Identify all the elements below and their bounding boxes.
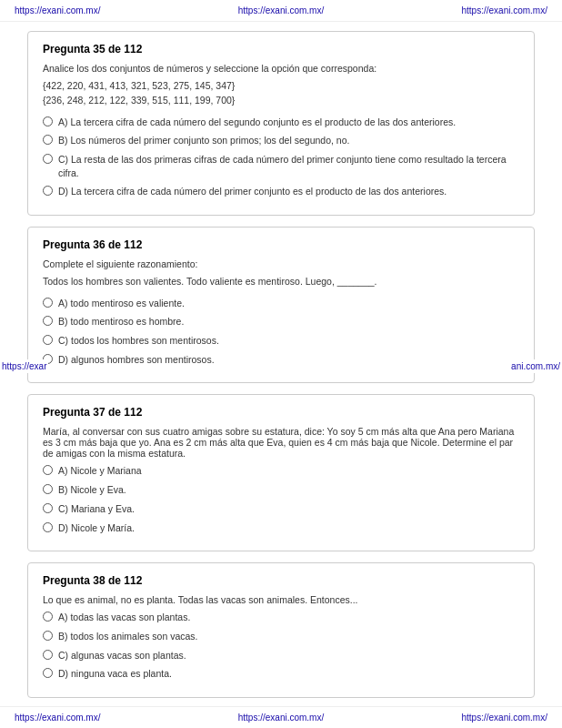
question-35: Pregunta 35 de 112 Analice los dos conju…: [27, 31, 535, 216]
footer-bar: https://exani.com.mx/ https://exani.com.…: [0, 706, 562, 728]
option-37-b[interactable]: B) Nicole y Eva.: [43, 483, 519, 497]
option-36-d-label: D) algunos hombres son mentirosos.: [58, 353, 215, 367]
option-38-b[interactable]: B) todos los animales son vacas.: [43, 630, 519, 643]
option-37-a-label: A) Nicole y Mariana: [58, 464, 142, 478]
option-36-d[interactable]: D) algunos hombres son mentirosos.: [43, 353, 519, 367]
side-label-right: ani.com.mx/: [509, 359, 562, 373]
question-35-data: {422, 220, 431, 413, 321, 523, 275, 145,…: [43, 79, 519, 108]
option-35-b[interactable]: B) Los números del primer conjunto son p…: [43, 134, 519, 147]
radio-38-c[interactable]: [43, 650, 53, 660]
option-35-a[interactable]: A) La tercera cifra de cada número del s…: [43, 116, 519, 129]
radio-38-d[interactable]: [43, 668, 53, 678]
question-38-options: A) todas las vacas son plantas. B) todos…: [43, 611, 519, 681]
option-36-b-label: B) todo mentiroso es hombre.: [58, 315, 184, 329]
question-38: Pregunta 38 de 112 Lo que es animal, no …: [27, 562, 535, 698]
option-36-b[interactable]: B) todo mentiroso es hombre.: [43, 315, 519, 329]
question-37: Pregunta 37 de 112 María, al conversar c…: [27, 394, 535, 551]
question-36-data: Todos los hombres son valientes. Todo va…: [43, 275, 519, 289]
option-37-b-label: B) Nicole y Eva.: [58, 483, 126, 497]
question-35-options: A) La tercera cifra de cada número del s…: [43, 116, 519, 198]
main-content: Pregunta 35 de 112 Analice los dos conju…: [0, 22, 562, 718]
option-38-c-label: C) algunas vacas son plantas.: [58, 649, 186, 662]
option-38-d[interactable]: D) ninguna vaca es planta.: [43, 667, 519, 681]
header-link-3[interactable]: https://exani.com.mx/: [462, 5, 547, 15]
header-link-1[interactable]: https://exani.com.mx/: [15, 5, 100, 15]
question-35-instruction: Analice los dos conjuntos de números y s…: [43, 63, 519, 74]
radio-37-a[interactable]: [43, 465, 53, 475]
option-38-c[interactable]: C) algunas vacas son plantas.: [43, 649, 519, 662]
question-36: Pregunta 36 de 112 Complete el siguiente…: [27, 227, 535, 384]
radio-36-b[interactable]: [43, 316, 53, 326]
option-36-a-label: A) todo mentiroso es valiente.: [58, 297, 185, 310]
option-35-c[interactable]: C) La resta de las dos primeras cifras d…: [43, 153, 519, 179]
option-38-b-label: B) todos los animales son vacas.: [58, 630, 198, 643]
question-38-title: Pregunta 38 de 112: [43, 574, 519, 587]
radio-35-d[interactable]: [43, 186, 53, 196]
radio-35-a[interactable]: [43, 116, 53, 126]
question-36-instruction: Complete el siguiente razonamiento:: [43, 258, 519, 269]
option-37-d-label: D) Nicole y María.: [58, 521, 135, 535]
footer-link-3[interactable]: https://exani.com.mx/: [462, 713, 547, 723]
footer-link-1[interactable]: https://exani.com.mx/: [15, 713, 100, 723]
option-38-d-label: D) ninguna vaca es planta.: [58, 667, 172, 681]
radio-37-c[interactable]: [43, 503, 53, 513]
question-37-options: A) Nicole y Mariana B) Nicole y Eva. C) …: [43, 464, 519, 534]
option-38-a[interactable]: A) todas las vacas son plantas.: [43, 611, 519, 624]
question-35-title: Pregunta 35 de 112: [43, 43, 519, 56]
question-37-title: Pregunta 37 de 112: [43, 406, 519, 419]
header-link-2[interactable]: https://exani.com.mx/: [238, 5, 324, 15]
radio-37-b[interactable]: [43, 484, 53, 494]
header-bar: https://exani.com.mx/ https://exani.com.…: [0, 0, 562, 22]
radio-36-a[interactable]: [43, 298, 53, 308]
radio-35-c[interactable]: [43, 154, 53, 164]
option-38-a-label: A) todas las vacas son plantas.: [58, 611, 190, 624]
radio-38-a[interactable]: [43, 612, 53, 622]
footer-link-2[interactable]: https://exani.com.mx/: [238, 713, 324, 723]
side-label-left: https://exar: [0, 359, 48, 373]
option-37-c-label: C) Mariana y Eva.: [58, 502, 135, 516]
radio-38-b[interactable]: [43, 631, 53, 641]
option-37-d[interactable]: D) Nicole y María.: [43, 521, 519, 535]
option-35-a-label: A) La tercera cifra de cada número del s…: [58, 116, 456, 129]
option-35-b-label: B) Los números del primer conjunto son p…: [58, 134, 349, 147]
radio-35-b[interactable]: [43, 135, 53, 145]
question-36-options: A) todo mentiroso es valiente. B) todo m…: [43, 297, 519, 367]
question-37-instruction: María, al conversar con sus cuatro amiga…: [43, 426, 519, 459]
option-35-d[interactable]: D) La tercera cifra de cada número del p…: [43, 185, 519, 198]
option-36-a[interactable]: A) todo mentiroso es valiente.: [43, 297, 519, 310]
question-38-instruction: Lo que es animal, no es planta. Todas la…: [43, 594, 519, 605]
option-36-c[interactable]: C) todos los hombres son mentirosos.: [43, 334, 519, 348]
option-35-d-label: D) La tercera cifra de cada número del p…: [58, 185, 447, 198]
option-37-a[interactable]: A) Nicole y Mariana: [43, 464, 519, 478]
radio-37-d[interactable]: [43, 522, 53, 532]
question-36-title: Pregunta 36 de 112: [43, 238, 519, 251]
option-37-c[interactable]: C) Mariana y Eva.: [43, 502, 519, 516]
option-36-c-label: C) todos los hombres son mentirosos.: [58, 334, 219, 348]
radio-36-c[interactable]: [43, 335, 53, 345]
option-35-c-label: C) La resta de las dos primeras cifras d…: [58, 153, 519, 179]
